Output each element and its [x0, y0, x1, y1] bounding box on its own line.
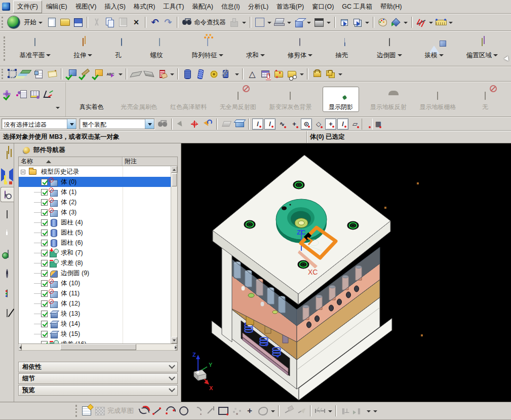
- line-icon[interactable]: [151, 405, 164, 417]
- dropdown-caret[interactable]: [365, 16, 370, 28]
- menu-analysis[interactable]: 分析(L): [244, 1, 272, 13]
- toolbar-grip[interactable]: [2, 17, 4, 28]
- visibility-checkbox[interactable]: [41, 300, 48, 307]
- point-icon[interactable]: +: [244, 405, 256, 417]
- new-file-icon[interactable]: [46, 16, 58, 28]
- graphics-viewport[interactable]: ZC XC Z X Y: [181, 143, 511, 402]
- tree-item[interactable]: 体 (11): [19, 288, 171, 298]
- paste-icon[interactable]: [117, 16, 129, 28]
- chevron-down-icon[interactable]: [88, 53, 92, 58]
- snap-grid-icon[interactable]: ▦: [374, 119, 383, 130]
- preview-section[interactable]: 预览: [18, 385, 178, 396]
- offset-region-button[interactable]: 偏置区域: [455, 32, 509, 65]
- brushed-metal-button[interactable]: 光亮金属刷色: [119, 87, 159, 112]
- visibility-checkbox[interactable]: [41, 199, 48, 206]
- dropdown-caret[interactable]: [366, 405, 371, 417]
- scroll-right-button[interactable]: [174, 344, 177, 351]
- menu-file[interactable]: 文件(F): [13, 1, 42, 13]
- folder-holes-icon[interactable]: [286, 68, 298, 80]
- snap-arc-center-icon[interactable]: ⊙: [301, 119, 312, 130]
- none-button[interactable]: 无: [467, 87, 503, 112]
- dropdown-caret[interactable]: [169, 68, 175, 80]
- fillet-icon[interactable]: [191, 405, 203, 417]
- no-global-reflection-button[interactable]: 无全局反射图: [218, 87, 258, 112]
- save-icon[interactable]: [72, 16, 84, 28]
- horizontal-scrollbar[interactable]: [18, 344, 178, 351]
- arc-icon[interactable]: [165, 405, 177, 417]
- visibility-checkbox[interactable]: [41, 311, 48, 317]
- measure-icon[interactable]: [415, 16, 427, 28]
- dropdown-caret[interactable]: [117, 68, 123, 80]
- selection-scope-combo[interactable]: 整个装配: [80, 119, 154, 129]
- touch-mode-icon[interactable]: [228, 16, 241, 28]
- degrees-of-freedom-icon[interactable]: [42, 88, 54, 100]
- tree-item[interactable]: 圆柱 (5): [19, 227, 171, 238]
- redo-icon[interactable]: ↷: [162, 16, 174, 28]
- visibility-checkbox[interactable]: [41, 280, 48, 287]
- pointer-help-icon[interactable]: [202, 118, 214, 130]
- menu-format[interactable]: 格式(R): [130, 1, 159, 13]
- constraint-list-icon[interactable]: [16, 88, 28, 100]
- tree-item[interactable]: 体 (1): [19, 187, 171, 197]
- verify-body-icon[interactable]: [91, 68, 103, 80]
- washer-icon[interactable]: [208, 68, 220, 80]
- circle-icon[interactable]: [178, 405, 190, 417]
- dropdown-caret[interactable]: [270, 405, 276, 417]
- menu-preferences[interactable]: 首选项(P): [272, 1, 308, 13]
- snap-crosshair-icon[interactable]: [188, 118, 201, 130]
- studio-spline-icon[interactable]: [257, 405, 269, 417]
- chevron-down-icon[interactable]: [167, 375, 176, 383]
- tree-item[interactable]: 求差 (8): [19, 258, 171, 268]
- menu-help[interactable]: 帮助(H): [376, 1, 406, 13]
- profile-icon[interactable]: [138, 405, 150, 417]
- delete-icon[interactable]: ×: [130, 16, 142, 28]
- datum-plane-button[interactable]: 基准平面: [8, 32, 62, 65]
- geometric-constraints-icon[interactable]: ∥⊥: [339, 405, 351, 417]
- scrollbar-thumb[interactable]: [60, 344, 136, 350]
- chevron-down-icon[interactable]: [219, 53, 223, 58]
- window-display-icon[interactable]: [351, 16, 364, 28]
- red-plastic-button[interactable]: 红色高泽塑料: [168, 87, 209, 112]
- chevron-down-icon[interactable]: [145, 119, 154, 129]
- visibility-checkbox[interactable]: [41, 290, 48, 297]
- quick-extend-icon[interactable]: [295, 405, 307, 417]
- chevron-down-icon[interactable]: [167, 363, 176, 371]
- toolbar-grip[interactable]: [2, 69, 4, 79]
- tree-item[interactable]: 圆柱 (6): [19, 238, 171, 248]
- dropdown-caret[interactable]: [306, 16, 312, 28]
- snap-point-on-face-icon[interactable]: ▱: [349, 119, 361, 130]
- rectangle-icon[interactable]: [217, 405, 229, 417]
- menu-gc-toolbox[interactable]: GC 工具箱: [338, 1, 376, 13]
- pattern-feature-button[interactable]: 阵列特征: [180, 32, 234, 65]
- shade-highlight-icon[interactable]: [220, 118, 232, 130]
- dropdown-caret[interactable]: [403, 16, 409, 28]
- menu-insert[interactable]: 插入(S): [100, 1, 130, 13]
- show-interior-icon[interactable]: [233, 118, 246, 130]
- chevron-down-icon[interactable]: [308, 53, 312, 58]
- lock-boxes-icon[interactable]: [324, 68, 336, 80]
- floor-grid-button[interactable]: 显示地板栅格: [417, 87, 458, 112]
- resource-tab[interactable]: [1, 306, 14, 321]
- layer-settings-icon[interactable]: [20, 68, 32, 80]
- tree-item[interactable]: 求和 (7): [19, 248, 171, 258]
- command-finder-icon[interactable]: [181, 16, 193, 28]
- menu-view[interactable]: 视图(V): [71, 1, 101, 13]
- visibility-checkbox[interactable]: [41, 209, 48, 216]
- sketch-icon[interactable]: [81, 405, 93, 417]
- spring-icon[interactable]: [194, 68, 207, 80]
- dropdown-caret[interactable]: [327, 405, 333, 417]
- undo-icon[interactable]: ↶: [149, 16, 161, 28]
- visual-effects-icon[interactable]: [377, 16, 389, 28]
- tree-item[interactable]: 体 (10): [19, 278, 171, 288]
- visibility-checkbox[interactable]: [41, 230, 48, 236]
- resource-tab[interactable]: [1, 167, 14, 182]
- shell-button[interactable]: 抽壳: [324, 32, 366, 65]
- orient-view-icon[interactable]: [293, 16, 305, 28]
- toolbar-grip[interactable]: [4, 36, 6, 61]
- constraint-table-icon[interactable]: [29, 88, 41, 100]
- visibility-checkbox[interactable]: [41, 270, 48, 277]
- resource-tab[interactable]: [1, 187, 14, 202]
- face-analysis-icon[interactable]: [143, 68, 155, 80]
- tree-item[interactable]: 边倒圆 (9): [19, 268, 171, 278]
- fit-view-icon[interactable]: [254, 16, 266, 28]
